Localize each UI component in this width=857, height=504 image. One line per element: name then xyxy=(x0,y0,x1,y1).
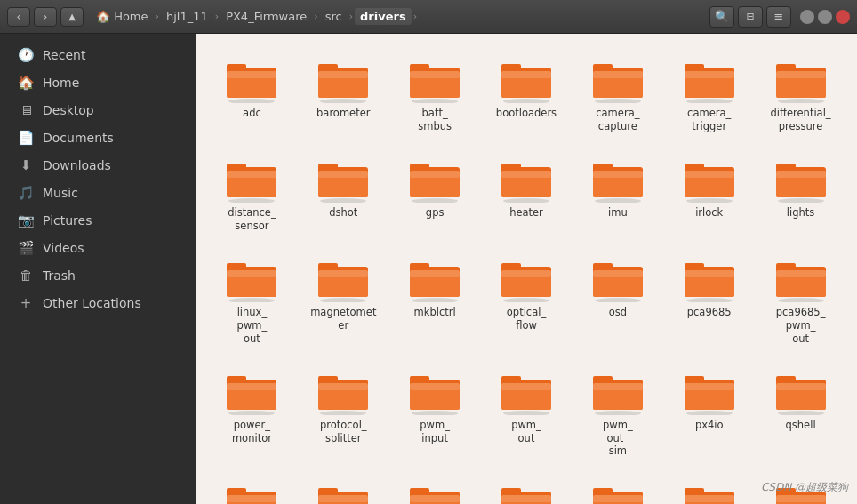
folder-icon-irlock xyxy=(681,155,738,203)
sidebar-item-trash[interactable]: 🗑Trash xyxy=(4,262,192,289)
folder-item-pwm_out[interactable]: pwm_out xyxy=(485,360,569,466)
minimize-button[interactable] xyxy=(800,10,814,24)
sidebar-item-pictures[interactable]: 📷Pictures xyxy=(4,207,192,234)
folder-item-pca9685[interactable]: pca9685 xyxy=(667,247,751,353)
folder-item-irlock[interactable]: irlock xyxy=(667,148,751,240)
breadcrumb-sep-4: › xyxy=(349,11,353,22)
folder-item-pwm_out_sim[interactable]: pwm_out_sim xyxy=(575,360,660,466)
close-button[interactable] xyxy=(836,10,850,24)
folder-item-heater[interactable]: heater xyxy=(485,148,569,240)
folder-item-snapdragon_pwm_out[interactable]: snapdragon_pwm_out xyxy=(667,472,751,504)
sidebar-item-music[interactable]: 🎵Music xyxy=(4,180,192,206)
breadcrumb: 🏠 Home › hjl1_11 › PX4_Firmware › src › … xyxy=(91,8,706,25)
folder-label-pca9685_pwm_out: pca9685_pwm_out xyxy=(776,306,826,346)
sidebar-item-desktop[interactable]: 🖥Desktop xyxy=(4,97,192,124)
svg-point-75 xyxy=(320,298,366,302)
folder-item-barometer[interactable]: barometer xyxy=(301,48,386,140)
svg-rect-32 xyxy=(776,64,796,71)
folder-item-px4io[interactable]: px4io xyxy=(667,360,751,466)
up-button[interactable]: ▲ xyxy=(60,7,84,27)
search-button[interactable]: 🔍 xyxy=(709,6,734,28)
folder-item-gps[interactable]: gps xyxy=(393,148,477,240)
folder-item-bootloaders[interactable]: bootloaders xyxy=(485,48,569,140)
breadcrumb-src[interactable]: src xyxy=(320,8,348,25)
svg-rect-54 xyxy=(501,171,551,178)
folder-icon-rpi_rc_in xyxy=(406,479,463,504)
sidebar-item-recent[interactable]: 🕐Recent xyxy=(4,42,192,68)
svg-rect-27 xyxy=(685,64,704,71)
folder-label-batt_smbus: batt_smbus xyxy=(418,107,452,133)
folder-item-camera_trigger[interactable]: camera_trigger xyxy=(667,48,751,140)
back-button[interactable]: ‹ xyxy=(7,7,30,27)
folder-item-pca9685_pwm_out[interactable]: pca9685_pwm_out xyxy=(758,247,843,353)
folder-item-mkblctrl[interactable]: mkblctrl xyxy=(393,247,477,353)
folder-icon-camera_capture xyxy=(589,55,646,103)
sidebar-item-videos[interactable]: 🎬Videos xyxy=(4,235,192,261)
folder-icon-differential_pressure xyxy=(773,55,829,103)
svg-point-70 xyxy=(228,298,275,302)
folder-item-optical_flow[interactable]: optical_flow xyxy=(485,247,569,353)
svg-rect-127 xyxy=(593,376,613,383)
svg-rect-84 xyxy=(410,270,460,277)
menu-button[interactable]: ≡ xyxy=(766,6,791,28)
folder-item-distance_sensor[interactable]: distance_sensor xyxy=(210,148,294,240)
breadcrumb-drivers[interactable]: drivers xyxy=(355,8,412,25)
svg-rect-164 xyxy=(593,495,643,502)
folder-icon-qshell xyxy=(773,367,829,415)
breadcrumb-px4[interactable]: PX4_Firmware xyxy=(220,8,312,25)
folder-label-pca9685: pca9685 xyxy=(687,306,732,319)
folder-item-safety_button[interactable]: safety_button xyxy=(575,472,660,504)
toolbar-right: 🔍 ⊟ ≡ xyxy=(709,6,791,28)
folder-item-batt_smbus[interactable]: batt_smbus xyxy=(393,48,477,140)
sidebar-item-other-locations[interactable]: +Other Locations xyxy=(4,290,192,316)
folder-item-adc[interactable]: adc xyxy=(210,48,294,140)
folder-item-rc_input[interactable]: rc_input xyxy=(210,472,294,504)
folder-item-protocol_splitter[interactable]: protocol_splitter xyxy=(301,360,386,466)
folder-item-power_monitor[interactable]: power_monitor xyxy=(210,360,294,466)
svg-point-95 xyxy=(686,298,733,302)
folder-item-roboclaw[interactable]: roboclaw xyxy=(301,472,386,504)
sidebar-label-trash: Trash xyxy=(43,268,76,283)
svg-point-135 xyxy=(778,411,824,415)
folder-item-qshell[interactable]: qshell xyxy=(758,360,843,466)
forward-button[interactable]: › xyxy=(34,7,57,27)
folder-item-linux_pwm_out[interactable]: linux_pwm_out xyxy=(210,247,294,353)
folder-item-rpi_rc_in[interactable]: rpi_rc_in xyxy=(393,472,477,504)
svg-point-105 xyxy=(228,411,275,415)
breadcrumb-hjl[interactable]: hjl1_11 xyxy=(161,8,213,25)
sidebar-label-home: Home xyxy=(43,76,79,90)
svg-rect-119 xyxy=(410,383,460,390)
sidebar-item-documents[interactable]: 📄Documents xyxy=(4,124,192,151)
folder-icon-snapdragon_pwm_out xyxy=(681,479,738,504)
sidebar-item-downloads[interactable]: ⬇Downloads xyxy=(4,152,192,179)
breadcrumb-home[interactable]: 🏠 Home xyxy=(91,8,154,25)
svg-rect-114 xyxy=(318,383,368,390)
folder-item-lights[interactable]: lights xyxy=(758,148,843,240)
folder-item-differential_pressure[interactable]: differential_pressure xyxy=(758,48,843,140)
maximize-button[interactable] xyxy=(818,10,832,24)
folder-item-osd[interactable]: osd xyxy=(575,247,660,353)
folder-icon-pwm_out xyxy=(498,367,555,415)
sidebar-icon-pictures: 📷 xyxy=(18,212,34,228)
folder-label-power_monitor: power_monitor xyxy=(232,419,272,445)
folder-icon-osd xyxy=(589,254,646,302)
svg-rect-9 xyxy=(318,71,368,78)
svg-rect-14 xyxy=(410,71,460,78)
folder-item-pwm_input[interactable]: pwm_input xyxy=(393,360,477,466)
folder-item-imu[interactable]: imu xyxy=(575,148,660,240)
svg-rect-104 xyxy=(776,270,826,277)
svg-rect-152 xyxy=(410,488,429,495)
folder-item-magnetometer[interactable]: magnetometer xyxy=(301,247,386,353)
svg-rect-142 xyxy=(227,488,246,495)
svg-point-100 xyxy=(778,298,824,302)
folder-item-dshot[interactable]: dshot xyxy=(301,148,386,240)
svg-rect-109 xyxy=(227,383,276,390)
folder-item-rpm[interactable]: rpm xyxy=(485,472,569,504)
svg-rect-4 xyxy=(227,71,276,78)
folder-label-camera_trigger: camera_trigger xyxy=(687,107,731,133)
sidebar-item-home[interactable]: 🏠Home xyxy=(4,69,192,96)
folder-item-camera_capture[interactable]: camera_capture xyxy=(575,48,660,140)
view-toggle-button[interactable]: ⊟ xyxy=(738,6,763,28)
svg-rect-74 xyxy=(227,270,276,277)
svg-rect-72 xyxy=(227,263,246,270)
